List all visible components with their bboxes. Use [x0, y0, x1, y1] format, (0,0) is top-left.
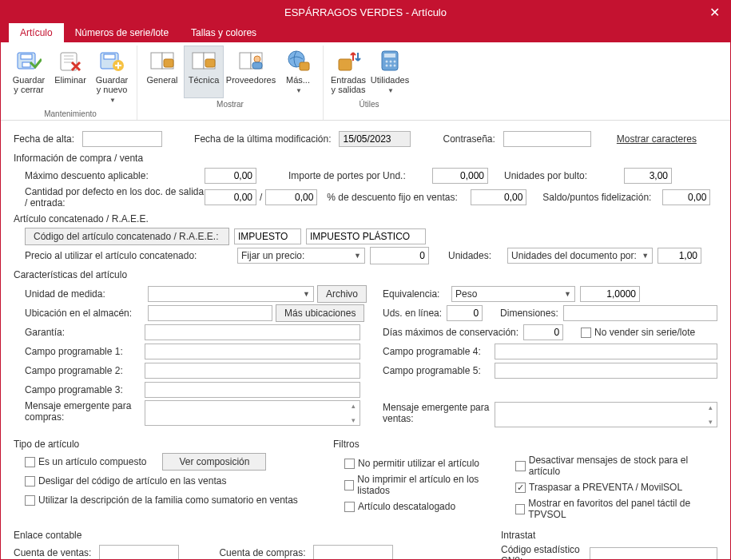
chk-favoritos[interactable]: Mostrar en favoritos del panel táctil de… — [515, 498, 717, 520]
input-precio-concatenado[interactable] — [370, 247, 429, 264]
section-caracteristicas: Características del artículo — [14, 269, 717, 280]
ribbon-label: Guardar y cerrar — [10, 75, 47, 94]
chk-descatalogado[interactable]: Artículo descatalogado — [344, 501, 455, 512]
input-campo4[interactable] — [495, 344, 717, 359]
btn-mas-ubicaciones[interactable]: Más ubicaciones — [276, 304, 364, 322]
input-cn8[interactable] — [590, 547, 717, 559]
close-icon: ✕ — [709, 5, 720, 20]
label-pct-desc: % de descuento fijo en ventas: — [327, 192, 471, 203]
label-cantidad-defecto: Cantidad por defecto en los doc. de sali… — [25, 186, 205, 209]
close-button[interactable]: ✕ — [698, 1, 730, 23]
chevron-down-icon: ▼ — [564, 290, 571, 298]
save-close-icon — [16, 48, 42, 73]
ribbon-entradas-salidas[interactable]: Entradas y salidas — [328, 46, 368, 98]
ribbon-group-label: Mantenimiento — [44, 109, 97, 118]
select-unidades[interactable]: Unidades del documento por: ▼ — [507, 248, 653, 264]
input-cantidad-salida[interactable] — [205, 189, 256, 205]
input-garantia[interactable] — [145, 324, 360, 340]
chk-no-permitir[interactable]: No permitir utilizar el artículo — [344, 458, 479, 469]
scrollbar[interactable]: ▴▾ — [347, 401, 360, 425]
svg-rect-13 — [193, 53, 204, 69]
chevron-down-icon: ▼ — [109, 96, 116, 105]
input-unidades-val[interactable] — [658, 248, 701, 264]
input-campo5[interactable] — [495, 363, 717, 379]
label-fecha-mod: Fecha de la última modificación: — [194, 133, 331, 145]
input-dimensiones[interactable] — [563, 305, 717, 321]
label-cn8: Código estadístico CN8: — [501, 544, 582, 559]
chk-desligar[interactable]: Desligar del código de artículo en las v… — [25, 475, 226, 487]
input-contrasena[interactable] — [503, 131, 591, 147]
chk-label: Artículo descatalogado — [358, 501, 455, 512]
svg-point-18 — [254, 56, 260, 62]
label-uds-linea: Uds. en línea: — [383, 308, 442, 319]
chevron-down-icon: ▼ — [387, 86, 394, 96]
label-campo4: Campo programable 4: — [383, 346, 495, 357]
select-equivalencia[interactable]: Peso ▼ — [451, 286, 575, 302]
ribbon-eliminar[interactable]: Eliminar — [50, 46, 90, 108]
input-pct-desc[interactable] — [471, 189, 526, 205]
input-impuesto[interactable] — [234, 228, 301, 244]
ribbon-guardar-nuevo[interactable]: Guardar y nuevo ▼ — [92, 46, 132, 108]
btn-archivo[interactable]: Archivo — [317, 285, 367, 303]
input-importe-portes[interactable] — [432, 168, 488, 184]
input-cuenta-ventas[interactable] — [99, 545, 179, 559]
label-dimensiones: Dimensiones: — [500, 308, 558, 319]
input-uds-linea[interactable] — [447, 305, 483, 321]
input-campo3[interactable] — [145, 382, 360, 398]
input-cuenta-compras[interactable] — [313, 545, 393, 559]
tab-articulo[interactable]: Artículo — [9, 23, 64, 42]
scrollbar[interactable]: ▴▾ — [704, 403, 717, 427]
chk-no-imprimir[interactable]: No imprimir el artículo en los listados — [344, 474, 504, 496]
chk-desactivar-stock[interactable]: Desactivar mensajes de stock para el art… — [515, 455, 717, 477]
btn-ver-composicion[interactable]: Ver composición — [162, 453, 266, 471]
input-dias-max[interactable] — [523, 324, 563, 340]
input-ubicacion[interactable] — [148, 305, 272, 321]
input-fecha-alta[interactable] — [82, 131, 162, 147]
ribbon-label: General — [146, 75, 177, 85]
select-fijar-precio[interactable]: Fijar un precio: ▼ — [237, 248, 365, 264]
svg-rect-19 — [252, 62, 262, 69]
chk-label: No permitir utilizar el artículo — [358, 458, 479, 469]
ribbon-general[interactable]: General — [142, 46, 182, 98]
chevron-down-icon: ▼ — [303, 290, 310, 298]
ribbon-utilidades[interactable]: Utilidades ▼ — [370, 46, 410, 98]
chk-label: Traspasar a PREVENTA / MovilSOL — [529, 482, 682, 493]
label-contrasena: Contraseña: — [443, 133, 495, 145]
ribbon-label: Guardar y nuevo — [93, 75, 130, 94]
tab-tallas-colores[interactable]: Tallas y colores — [180, 23, 268, 42]
input-max-desc[interactable] — [205, 168, 256, 184]
input-impuesto-plastico[interactable] — [306, 228, 426, 244]
ribbon-proveedores[interactable]: Proveedores — [225, 46, 276, 98]
label-saldo: Saldo/puntos fidelización: — [542, 192, 662, 203]
ribbon-mas[interactable]: Más... ▼ — [278, 46, 318, 98]
input-campo1[interactable] — [145, 344, 360, 359]
select-unidad-medida[interactable]: ▼ — [148, 286, 314, 302]
section-info-compra-venta: Información de compra / venta — [14, 153, 717, 164]
label-equivalencia: Equivalencia: — [383, 288, 447, 300]
input-cantidad-entrada[interactable] — [265, 189, 317, 205]
window-frame: ESPÁRRAGOS VERDES - Artículo ✕ Artículo … — [0, 0, 731, 560]
svg-point-30 — [394, 65, 396, 67]
ribbon-tecnica[interactable]: Técnica — [184, 46, 224, 98]
textarea-mensaje-ventas[interactable]: ▴▾ — [495, 402, 717, 427]
chk-label: Desligar del código de artículo en las v… — [38, 475, 226, 487]
input-equivalencia-val[interactable] — [580, 286, 640, 302]
chk-no-vender[interactable]: No vender sin serie/lote — [581, 327, 695, 338]
svg-rect-15 — [205, 59, 215, 67]
chk-traspasar[interactable]: ✓Traspasar a PREVENTA / MovilSOL — [515, 482, 682, 493]
input-campo2[interactable] — [145, 363, 360, 379]
chk-utilizar-desc[interactable]: Utilizar la descripción de la familia co… — [25, 494, 298, 506]
input-unidades-bulto[interactable] — [624, 168, 672, 184]
input-saldo[interactable] — [662, 189, 710, 205]
svg-rect-21 — [300, 62, 309, 70]
ribbon-guardar-cerrar[interactable]: Guardar y cerrar — [9, 46, 49, 108]
svg-point-27 — [394, 61, 396, 63]
ribbon-label: Entradas y salidas — [330, 75, 367, 94]
link-mostrar-caracteres[interactable]: Mostrar caracteres — [617, 133, 697, 145]
label-importe-portes: Importe de portes por Und.: — [288, 170, 432, 181]
chk-compuesto[interactable]: Es un artículo compuesto — [25, 456, 146, 467]
chevron-down-icon: ▼ — [296, 86, 302, 96]
btn-codigo-concatenado[interactable]: Código del artículo concatenado / R.A.E.… — [25, 228, 229, 245]
tab-serie-lote[interactable]: Números de serie/lote — [64, 23, 180, 42]
textarea-mensaje-compras[interactable]: ▴▾ — [145, 400, 360, 426]
